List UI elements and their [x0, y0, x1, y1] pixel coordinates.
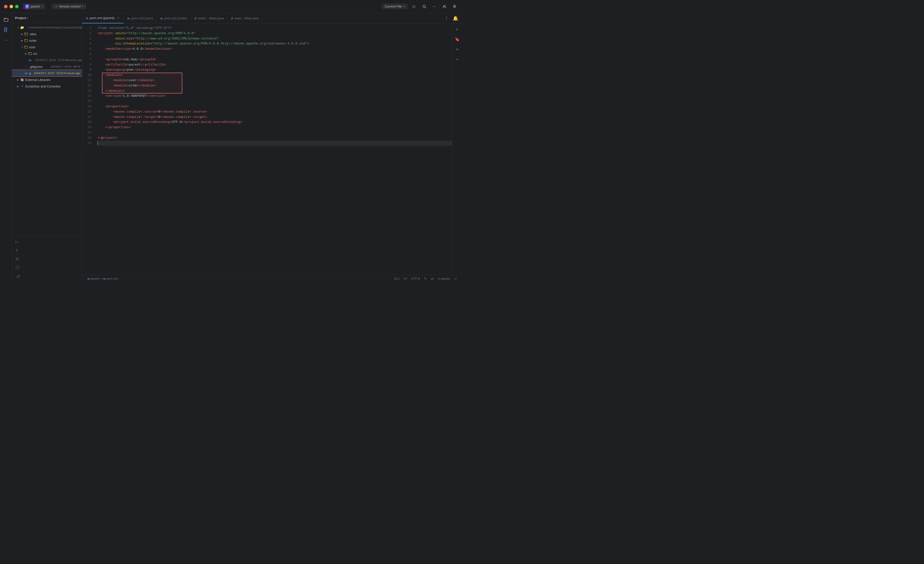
- status-left: m parent > m pom.xml: [86, 277, 118, 280]
- code-line-2: <project xmlns="http://maven.apache.org/…: [98, 31, 452, 36]
- folder-icon-src: [28, 51, 32, 56]
- tree-meta-gitignore: 2024/4/17, 19:59, 490 B: [51, 65, 80, 68]
- gutter-diff-icon[interactable]: ⇄: [454, 46, 461, 53]
- version-control-selector[interactable]: ⎇ Version control ▾: [51, 3, 86, 9]
- status-indent[interactable]: 4 spaces: [436, 277, 452, 280]
- main-layout: ··· Project ▾ ▾ 📁 parent ~/workspace/cod…: [0, 13, 462, 282]
- tab-user-main[interactable]: J user/.../Main.java: [228, 13, 262, 23]
- sidebar-text-icon[interactable]: T: [12, 247, 82, 254]
- tabs-notification-icon[interactable]: 🔔: [452, 15, 459, 22]
- settings-button[interactable]: ⚙: [451, 3, 458, 10]
- right-gutter: ✓ 🔖 ⇄ ↩: [452, 24, 462, 275]
- sidebar-chevron-icon: ▾: [27, 17, 28, 20]
- titlebar-right: Current File ▾ ▷ ⋯ ⚙: [382, 3, 458, 10]
- status-pencil-icon[interactable]: ✎: [422, 277, 429, 281]
- tree-arrow-scratches: ▶: [16, 84, 20, 88]
- code-line-8: <artifactId>parent</artifactId>: [98, 62, 452, 68]
- minimize-button[interactable]: [9, 5, 13, 8]
- sidebar: Project ▾ ▾ 📁 parent ~/workspace/code/sp…: [12, 13, 82, 282]
- tab-java-icon-order: J: [195, 17, 196, 20]
- tab-pom-order[interactable]: m pom.xml (order): [157, 13, 191, 23]
- folder-icon-order: [24, 38, 28, 42]
- scratches-icon: ≡: [20, 84, 24, 88]
- status-bar: m parent > m pom.xml 23:1 LF UTF-8 ✎: [82, 275, 462, 282]
- folder-icon-parent: 📁: [20, 26, 24, 29]
- status-position[interactable]: 23:1: [392, 277, 402, 280]
- more-options-button[interactable]: ⋯: [431, 3, 438, 10]
- tree-item-pom-parent[interactable]: m pom.xml 2024/4/17, 20:07, 763 B A minu…: [12, 70, 82, 77]
- tree-item-idea[interactable]: ▶ .idea: [12, 31, 82, 37]
- tab-pom-user[interactable]: m pom.xml (user): [124, 13, 157, 23]
- sidebar-run-icon[interactable]: ▷: [12, 238, 82, 246]
- gutter-bookmark-icon[interactable]: 🔖: [454, 36, 461, 43]
- tab-order-main[interactable]: J order/.../Main.java: [191, 13, 228, 23]
- activity-files-icon[interactable]: [2, 25, 10, 34]
- search-button[interactable]: [421, 3, 428, 10]
- code-area[interactable]: ➜ <?xml version="1.0" encoding="UTF-8"?>…: [94, 24, 452, 275]
- tab-pom-parent[interactable]: m pom.xml (parent) ✕: [82, 13, 124, 23]
- tree-item-src[interactable]: ▶ src: [12, 50, 82, 57]
- sidebar-branch-icon[interactable]: ⎇: [12, 272, 82, 280]
- ext-libs-icon: 📚: [20, 78, 24, 82]
- line-num-12: 12: [82, 83, 92, 89]
- sidebar-title: Project: [15, 16, 26, 20]
- code-line-7: <groupId>com.hwq</groupId>: [98, 57, 452, 62]
- current-file-chevron-icon: ▾: [403, 5, 405, 8]
- tree-label-idea: .idea: [29, 32, 80, 36]
- tree-meta-pom-parent: 2024/4/17, 20:07, 763 B A minute ago: [34, 72, 80, 75]
- svg-rect-14: [25, 46, 26, 47]
- tabs-actions: ⋮ 🔔: [443, 15, 462, 22]
- tree-item-external-libs[interactable]: ▶ 📚 External Libraries: [12, 77, 82, 83]
- code-line-23: [98, 141, 452, 146]
- line-num-8: 8: [82, 62, 92, 68]
- svg-rect-10: [25, 33, 26, 33]
- project-selector[interactable]: P parent ▾: [22, 3, 45, 9]
- line-num-22: 22: [82, 135, 92, 141]
- tree-item-parent-root[interactable]: ▾ 📁 parent ~/workspace/code/springboot-p…: [12, 24, 82, 31]
- tree-item-gitignore[interactable]: ◌ .gitignore 2024/4/17, 19:59, 490 B: [12, 63, 82, 70]
- close-button[interactable]: [4, 5, 8, 8]
- svg-rect-16: [28, 53, 30, 53]
- tree-item-scratches[interactable]: ▶ ≡ Scratches and Consoles: [12, 83, 82, 89]
- line-numbers: 1 2 3 4 5 6 7 8 9 10 11 12 13 14 15 16 1: [82, 24, 94, 275]
- status-vcs-icon[interactable]: ⇄: [429, 277, 436, 281]
- sidebar-info-icon[interactable]: ⓘ: [12, 264, 82, 271]
- vc-chevron-icon: ▾: [82, 5, 84, 8]
- line-num-21: 21: [82, 130, 92, 135]
- activity-folder-icon[interactable]: [2, 15, 10, 24]
- line-num-2: 2: [82, 31, 92, 36]
- editor-content[interactable]: 1 2 3 4 5 6 7 8 9 10 11 12 13 14 15 16 1: [82, 24, 452, 275]
- line-num-16: 16: [82, 104, 92, 109]
- tabs-more-button[interactable]: ⋮: [443, 15, 450, 22]
- status-share-icon[interactable]: ↗: [452, 277, 459, 281]
- code-line-14: <version>1.0-SNAPSHOT</version>: [98, 93, 452, 99]
- sidebar-bottom: ▷ T ⊡ ⓘ ⎇: [12, 236, 82, 282]
- tree-label-ext-libs: External Libraries: [25, 78, 80, 82]
- line-num-7: 7: [82, 57, 92, 62]
- line-num-6: 6: [82, 52, 92, 57]
- code-line-16: <properties>: [98, 104, 452, 109]
- account-icon[interactable]: [441, 3, 448, 10]
- breadcrumb-project: parent: [91, 277, 99, 280]
- breadcrumb-file: pom.xml: [107, 277, 118, 280]
- tree-item-pom-user[interactable]: m pom.xml 2024/4/17, 20:05, 714 B Moment…: [12, 57, 82, 63]
- activity-more-icon[interactable]: ···: [2, 35, 10, 44]
- status-encoding[interactable]: UTF-8: [409, 277, 422, 280]
- sidebar-terminal-icon[interactable]: ⊡: [12, 255, 82, 263]
- status-line-ending[interactable]: LF: [402, 277, 409, 280]
- project-chevron-icon: ▾: [41, 5, 43, 8]
- code-line-4: xsi:schemaLocation="http://maven.apache.…: [98, 41, 452, 47]
- current-file-button[interactable]: Current File ▾: [382, 3, 408, 9]
- line-num-4: 4: [82, 41, 92, 47]
- run-button[interactable]: ▷: [411, 3, 418, 10]
- maximize-button[interactable]: [15, 5, 19, 8]
- vc-label: Version control: [59, 5, 81, 8]
- gutter-arrow-icon[interactable]: ↩: [454, 56, 461, 63]
- activity-bar: ···: [0, 13, 12, 282]
- tab-close-pom-parent[interactable]: ✕: [116, 16, 120, 20]
- tree-item-user[interactable]: ▾ user: [12, 44, 82, 50]
- breadcrumb-separator-icon: >: [100, 277, 102, 280]
- code-line-18: <maven.compiler.target>8</maven.compiler…: [98, 114, 452, 120]
- tree-item-order[interactable]: ▶ order: [12, 37, 82, 44]
- gutter-checkmark-icon[interactable]: ✓: [454, 26, 461, 33]
